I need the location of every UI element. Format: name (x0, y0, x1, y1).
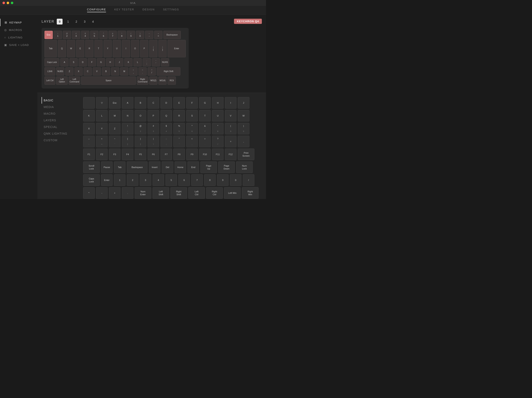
key-3[interactable]: #3 (72, 31, 80, 39)
sidebar-item-save-load[interactable]: ▣ SAVE + LOAD (0, 41, 38, 49)
key-mo2[interactable]: MO(2) (149, 76, 158, 85)
key-u[interactable]: U (113, 40, 121, 57)
key-6[interactable]: ^6 (99, 31, 108, 39)
picker-key-b[interactable]: B (135, 97, 146, 109)
picker-key-pause[interactable]: Pause (101, 162, 113, 173)
key-q[interactable]: Q (58, 40, 66, 57)
picker-key-colon[interactable]: :; (160, 136, 172, 147)
key-enter[interactable]: Enter (167, 40, 186, 57)
key-lbracket[interactable]: {[ (149, 40, 158, 57)
picker-key-trns[interactable]: ▽ (96, 97, 108, 109)
key-r[interactable]: R (85, 40, 94, 57)
picker-key-a[interactable]: A (122, 97, 133, 109)
picker-key-f3[interactable]: F3 (109, 149, 120, 160)
picker-key-num2[interactable]: 2 (127, 174, 138, 186)
key-k[interactable]: K (124, 58, 133, 67)
picker-key-num-lock[interactable]: NumLock (236, 162, 253, 173)
key-tab[interactable]: Tab (44, 40, 57, 57)
picker-key-empty[interactable] (83, 97, 95, 109)
tab-settings[interactable]: SETTINGS (163, 8, 179, 12)
picker-key-star[interactable]: *8 (212, 123, 224, 134)
key-c[interactable]: C (83, 67, 92, 76)
picker-key-home[interactable]: Home (175, 162, 186, 173)
picker-key-left-ctrl[interactable]: LeftCtrl (188, 187, 205, 199)
picker-key-u[interactable]: U (212, 110, 224, 122)
picker-key-caps-lock[interactable]: CapsLock (83, 174, 100, 186)
picker-key-d[interactable]: D (160, 97, 172, 109)
key-p[interactable]: P (140, 40, 148, 57)
picker-key-q[interactable]: Q (160, 110, 172, 122)
picker-key-page-up[interactable]: PageUp (200, 162, 217, 173)
key-comma[interactable]: <, (129, 67, 138, 76)
picker-key-o[interactable]: O (135, 110, 146, 122)
key-9[interactable]: (9 (127, 31, 135, 39)
layer-btn-1[interactable]: 1 (65, 19, 71, 25)
key-f[interactable]: F (88, 58, 96, 67)
picker-key-f9[interactable]: F9 (186, 149, 198, 160)
key-semicolon[interactable]: :; (143, 58, 151, 67)
picker-key-at[interactable]: @2 (135, 123, 146, 134)
picker-key-backspace[interactable]: Backspace (127, 162, 147, 173)
picker-key-page-down[interactable]: PageDown (218, 162, 235, 173)
picker-key-n[interactable]: N (122, 110, 133, 122)
key-capslock[interactable]: Caps Lock (44, 58, 59, 67)
picker-key-dollar[interactable]: $4 (160, 123, 172, 134)
picker-key-x[interactable]: X (83, 123, 95, 134)
key-8[interactable]: *8 (118, 31, 126, 39)
key-n[interactable]: N (111, 67, 119, 76)
picker-key-numminus[interactable]: - (96, 187, 108, 199)
key-z[interactable]: Z (65, 67, 74, 76)
picker-key-comma[interactable]: , (238, 136, 249, 147)
minimize-button[interactable] (7, 2, 9, 4)
picker-key-lparen[interactable]: (9 (225, 123, 236, 134)
key-quote[interactable]: "' (152, 58, 160, 67)
key-nuhs[interactable]: NUHS (161, 58, 169, 67)
close-button[interactable] (2, 2, 5, 4)
picker-key-lt[interactable]: <, (186, 136, 198, 147)
picker-cat-macro[interactable]: MACRO (42, 110, 79, 117)
picker-key-v[interactable]: V (225, 110, 236, 122)
layer-btn-0[interactable]: 0 (57, 19, 63, 25)
picker-key-plus[interactable]: += (96, 136, 108, 147)
picker-key-m[interactable]: M (109, 110, 120, 122)
key-y[interactable]: Y (103, 40, 112, 57)
key-a[interactable]: A (60, 58, 69, 67)
picker-key-f8[interactable]: F8 (173, 149, 185, 160)
key-b[interactable]: B (102, 67, 110, 76)
picker-key-excl[interactable]: !1 (122, 123, 133, 134)
key-4[interactable]: $4 (81, 31, 89, 39)
picker-key-f7[interactable]: F7 (160, 149, 172, 160)
picker-key-g[interactable]: G (199, 97, 211, 109)
picker-key-hash[interactable]: #3 (147, 123, 159, 134)
key-lshift[interactable]: LShft (44, 67, 55, 76)
key-i[interactable]: I (122, 40, 130, 57)
picker-key-esc[interactable]: Esc (109, 97, 120, 109)
key-0[interactable]: )0 (136, 31, 144, 39)
key-minus[interactable]: –- (145, 31, 153, 39)
picker-key-w[interactable]: W (238, 110, 249, 122)
picker-key-r[interactable]: R (173, 110, 185, 122)
picker-key-rparen[interactable]: )0 (238, 123, 249, 134)
key-w[interactable]: W (67, 40, 75, 57)
tab-design[interactable]: DESIGN (143, 8, 155, 12)
picker-key-num7[interactable]: 7 (191, 174, 203, 186)
picker-key-eq[interactable]: = (225, 136, 236, 147)
picker-key-num-enter[interactable]: NumEnter (135, 187, 151, 199)
picker-key-f11[interactable]: F11 (212, 149, 224, 160)
key-mo4[interactable]: MO(4) (158, 76, 167, 85)
key-m[interactable]: M (120, 67, 128, 76)
key-slash[interactable]: ?/ (147, 67, 156, 76)
picker-key-gt[interactable]: >. (199, 136, 211, 147)
picker-cat-qmk-lighting[interactable]: QMK LIGHTING (42, 130, 79, 137)
picker-key-rbrace[interactable]: }] (135, 136, 146, 147)
key-j[interactable]: J (115, 58, 123, 67)
picker-key-question[interactable]: ?/ (212, 136, 224, 147)
picker-key-lbrace[interactable]: {[ (122, 136, 133, 147)
picker-key-num9[interactable]: 9 (217, 174, 228, 186)
picker-key-f2[interactable]: F2 (96, 149, 108, 160)
layer-btn-4[interactable]: 4 (90, 19, 96, 25)
key-rctl[interactable]: RCtl (167, 76, 176, 85)
picker-key-f12[interactable]: F12 (225, 149, 236, 160)
picker-key-z[interactable]: Z (109, 123, 120, 134)
key-2[interactable]: @2 (63, 31, 71, 39)
